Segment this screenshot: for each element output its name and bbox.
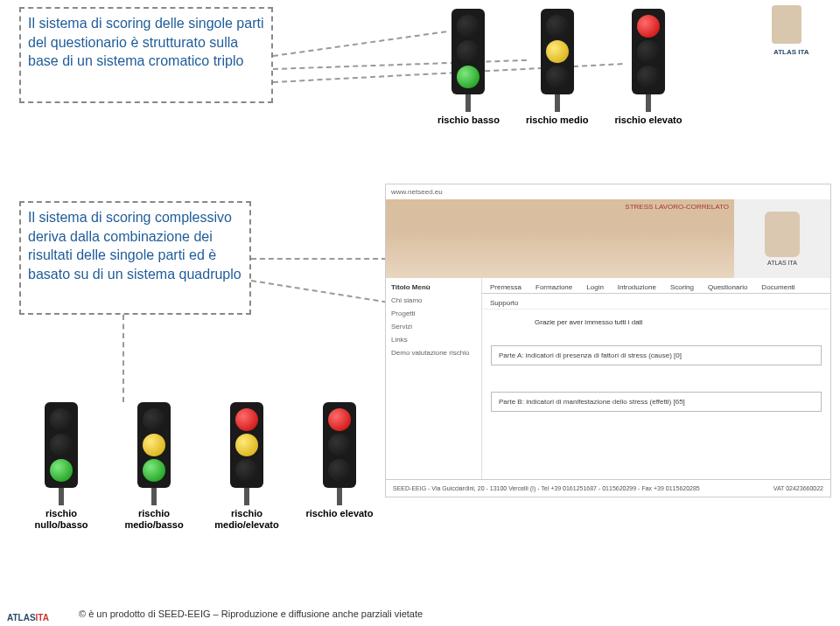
yellow-light-icon [143,434,165,456]
triplo-traffic-lights: rischio basso rischio medio rischio elev… [438,9,682,125]
description-text-triplo: Il sistema di scoring delle singole part… [28,14,264,71]
copyright-text: © è un prodotto di SEED-EEIG – Riproduzi… [79,609,423,619]
menu-item[interactable]: Demo valutazione rischio [391,349,476,357]
logo-text: ATLAS ITA [774,48,809,56]
label-null-low: rischio nullo/basso [24,508,98,530]
stress-label: STRESS LAVORO-CORRELATO [625,203,729,211]
footer-vat: VAT 02423660022 [774,485,823,491]
description-text-quadruplo: Il sistema di scoring complessivo deriva… [28,208,242,283]
menu-item[interactable]: Servizi [391,323,476,330]
tab[interactable]: Login [584,282,606,293]
yellow-light-icon [235,434,258,456]
traffic-light-med-low: rischio medio/basso [117,402,191,530]
tab[interactable]: Questionario [705,282,750,293]
menu-item[interactable]: Links [391,336,476,344]
quadruplo-traffic-lights: rischio nullo/basso rischio medio/basso … [24,402,376,530]
label-med-high: rischio medio/elevato [210,508,284,530]
traffic-light-low: rischio basso [438,9,500,125]
tab[interactable]: Scoring [668,282,696,293]
traffic-light-null-low: rischio nullo/basso [24,402,98,530]
menu-title: Titolo Menù [391,283,476,291]
bottom-brand: ATLASITA [7,613,49,623]
label-low: rischio basso [438,115,500,125]
statue-icon [765,212,800,257]
site-hero-image: STRESS LAVORO-CORRELATO [386,199,734,278]
tab[interactable]: Premessa [487,282,524,293]
traffic-light-medium: rischio medio [526,9,589,125]
label-medium: rischio medio [526,115,589,125]
label-med-low: rischio medio/basso [117,508,191,530]
green-light-icon [50,459,73,482]
thanks-message: Grazie per aver immesso tutti i dati [482,310,830,338]
site-sidebar: Titolo Menù Chi siamo Progetti Servizi L… [386,278,482,479]
label-high: rischio elevato [614,115,682,125]
tab[interactable]: Documenti [759,282,797,293]
site-url: www.netseed.eu [386,184,830,199]
footer-address: SEED-EEIG - Via Guicciardini, 20 - 13100… [393,485,700,491]
part-b-box: Parte B: indicatori di manifestazione de… [491,392,822,412]
yellow-light-icon [546,40,569,63]
support-tab[interactable]: Supporto [487,297,521,309]
label-high2: rischio elevato [303,508,376,519]
tab[interactable]: Introduzione [615,282,659,293]
connector-line [122,315,124,402]
traffic-light-high: rischio elevato [614,9,682,125]
site-logo-box: ATLAS ITA [734,199,830,278]
connector-line [251,258,387,260]
red-light-icon [637,15,660,38]
statue-icon [772,5,802,44]
red-light-icon [235,408,258,431]
atlas-logo: ATLAS ITA [772,5,828,61]
description-box-quadruplo: Il sistema di scoring complessivo deriva… [19,201,251,315]
menu-item[interactable]: Chi siamo [391,296,476,304]
site-logo-text: ATLAS ITA [767,260,797,266]
tab-bar: Premessa Formazione Login Introduzione S… [482,278,830,294]
green-light-icon [457,66,480,88]
menu-item[interactable]: Progetti [391,310,476,317]
red-light-icon [328,408,351,431]
traffic-light-high2: rischio elevato [303,402,376,530]
description-box-triplo: Il sistema di scoring delle singole part… [19,7,273,103]
part-a-box: Parte A: indicatori di presenza di fatto… [491,345,822,365]
website-screenshot: www.netseed.eu STRESS LAVORO-CORRELATO A… [385,184,831,497]
traffic-light-med-high: rischio medio/elevato [210,402,284,530]
green-light-icon [143,459,165,482]
connector-line [273,31,446,57]
tab[interactable]: Formazione [533,282,575,293]
